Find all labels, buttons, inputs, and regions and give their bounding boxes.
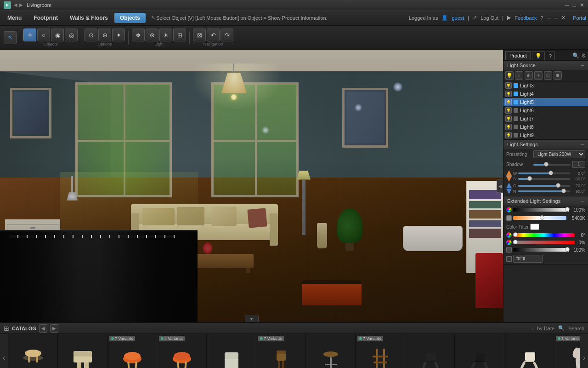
extended-light-collapse[interactable]: ─ <box>581 198 584 204</box>
light-item-light6[interactable]: 💡 Light6 <box>503 106 588 115</box>
light-type4-btn[interactable]: ⬡ <box>544 71 552 80</box>
logout-btn[interactable]: Log Out <box>481 15 498 21</box>
portal-btn[interactable]: Portal <box>573 15 586 21</box>
light8-toggle[interactable] <box>514 125 518 129</box>
catalog-item-s533nf[interactable]: S533 NF <box>455 334 504 368</box>
w-slider[interactable] <box>518 172 570 174</box>
toolbar-nav2-btn[interactable]: ↶ <box>207 29 220 41</box>
close2-btn[interactable]: ✕ <box>561 15 565 21</box>
feedback-btn[interactable]: Feedback <box>514 15 537 21</box>
presetting-select[interactable]: Light Bulb 200W <box>533 150 585 158</box>
catalog-item-eames1[interactable]: 7 Variants Eames Plastic Side C <box>107 334 157 368</box>
catalog-item-eames2[interactable]: 4 Variants Eames Plastic Side C <box>157 334 207 368</box>
menu-item-walls-floors[interactable]: Walls & Floors <box>64 13 113 23</box>
search-label[interactable]: Search <box>568 326 584 331</box>
panel-toggle-btn[interactable]: ◀ <box>497 179 503 193</box>
light-item-light4[interactable]: 💡 Light4 <box>503 90 588 98</box>
catalog-item-benjamin[interactable]: BENJAMIN <box>58 334 107 368</box>
light-settings-header[interactable]: Light Settings ─ <box>503 140 588 149</box>
shadow-slider[interactable] <box>533 164 571 166</box>
saturation-slider[interactable] <box>513 241 575 244</box>
catalog-item-stuhl-husse[interactable]: Stuhl mit Husse <box>207 334 256 368</box>
close-btn[interactable]: ✕ <box>580 2 584 8</box>
toolbar-nav3-btn[interactable]: ↷ <box>220 29 233 41</box>
brightness-icon <box>506 247 512 253</box>
toolbar-light3-btn[interactable]: ☀ <box>159 29 172 41</box>
toolbar-select-btn[interactable]: ✛ <box>23 29 36 41</box>
viewport-collapse-btn[interactable]: ▼ <box>245 316 259 322</box>
catalog-item-stuhl[interactable]: 7 Variants Stuhl <box>256 334 306 368</box>
g-slider[interactable] <box>518 185 570 187</box>
product-tab-light[interactable]: 💡 <box>532 51 545 60</box>
light-item-light8[interactable]: 💡 Light8 <box>503 123 588 131</box>
nav-fwd[interactable]: ▶ <box>19 2 23 7</box>
product-tab-help[interactable]: ? <box>546 52 555 60</box>
light-type2-btn[interactable]: ◐ <box>525 71 533 80</box>
color-filter-swatch[interactable] <box>530 224 539 230</box>
toolbar-opt3-btn[interactable]: ✦ <box>112 29 125 41</box>
color-rainbow-slider[interactable] <box>513 233 575 237</box>
sort-label[interactable]: by Date <box>537 326 554 331</box>
panel-settings-icon[interactable]: ⚙ <box>581 52 586 59</box>
toolbar-cam2-btn[interactable]: ◉ <box>51 29 64 41</box>
light-type5-btn[interactable]: ⬢ <box>554 71 562 80</box>
light7-toggle[interactable] <box>514 116 518 121</box>
light-add-btn[interactable]: 💡 <box>505 71 514 80</box>
toolbar-opt1-btn[interactable]: ⊙ <box>85 29 97 41</box>
toolbar-light1-btn[interactable]: ❖ <box>132 29 145 41</box>
toolbar-cursor-btn[interactable]: ↖ <box>4 31 17 44</box>
toolbar-opt2-btn[interactable]: ⊕ <box>98 29 111 41</box>
light9-toggle[interactable] <box>514 133 518 138</box>
help-btn[interactable]: ? <box>541 15 543 21</box>
product-tab-product[interactable]: Product <box>505 51 531 60</box>
hex-input[interactable] <box>513 255 543 263</box>
toolbar-cam3-btn[interactable]: ◎ <box>65 29 78 41</box>
viewport[interactable]: ▼ ◀ <box>0 50 503 322</box>
menu-item-objects[interactable]: Objects <box>114 13 146 23</box>
catalog-nav-next[interactable]: ▶ <box>50 324 58 333</box>
menu-item-footprint[interactable]: Footprint <box>28 13 63 23</box>
minimize2-btn[interactable]: ─ <box>554 15 558 21</box>
toolbar-nav1-btn[interactable]: ⊠ <box>193 29 206 41</box>
toolbar-light4-btn[interactable]: ⊞ <box>173 29 186 41</box>
light-settings-collapse[interactable]: ─ <box>581 142 584 147</box>
brightness-slider[interactable] <box>513 248 569 252</box>
shadow-value[interactable] <box>572 161 585 168</box>
light-item-light3[interactable]: 💡 Light3 <box>503 81 588 90</box>
red-chair <box>475 253 503 308</box>
catalog-item-s533r[interactable]: S533 R <box>504 334 554 368</box>
catalog-left-nav[interactable]: ‹ <box>0 334 8 368</box>
color-temp-slider[interactable] <box>513 216 566 220</box>
light-item-light7[interactable]: 💡 Light7 <box>503 115 588 123</box>
light5-toggle[interactable] <box>514 100 518 104</box>
light6-toggle[interactable] <box>514 108 518 113</box>
catalog-item-woody[interactable]: Woody <box>8 334 58 368</box>
scene-container: ▼ <box>0 50 503 322</box>
minimize-btn[interactable]: ─ <box>565 2 569 8</box>
light3-toggle[interactable] <box>514 83 518 88</box>
toolbar-light2-btn[interactable]: ⊗ <box>146 29 158 41</box>
s-slider[interactable] <box>518 178 570 180</box>
extended-light-header[interactable]: Extended Light Settings ─ <box>503 196 588 206</box>
light-source-header[interactable]: Light Source ─ <box>503 61 588 70</box>
catalog-item-barhocker[interactable]: Barhocker <box>306 334 356 368</box>
intensity-slider[interactable] <box>513 208 569 212</box>
menu-item-menu[interactable]: Menu <box>2 13 27 23</box>
light-item-light9[interactable]: 💡 Light9 <box>503 131 588 139</box>
n-slider[interactable] <box>518 190 570 192</box>
catalog-right-nav[interactable]: › <box>580 334 588 368</box>
hex-checkbox[interactable] <box>506 256 512 262</box>
catalog-item-tripp-trapp[interactable]: 7 Variants Tripp Trapp Eiche <box>356 334 405 368</box>
nav-back[interactable]: ◀ <box>14 2 17 7</box>
panel-search-icon[interactable]: 🔍 <box>572 52 579 59</box>
catalog-nav-prev[interactable]: ◀ <box>39 324 47 333</box>
catalog-item-s533n[interactable]: S533 N <box>405 334 455 368</box>
light-type1-btn[interactable]: ○ <box>515 71 523 80</box>
light-type3-btn[interactable]: ☀ <box>534 71 543 80</box>
light-source-collapse[interactable]: ─ <box>581 63 584 68</box>
light4-toggle[interactable] <box>514 92 518 96</box>
catalog-item-panton[interactable]: 3 Variants Panton Chair <box>554 334 580 368</box>
light-item-light5[interactable]: 💡 Light5 <box>503 98 588 106</box>
maximize-btn[interactable]: □ <box>573 2 576 8</box>
toolbar-rotate-btn[interactable]: ○ <box>37 29 50 41</box>
